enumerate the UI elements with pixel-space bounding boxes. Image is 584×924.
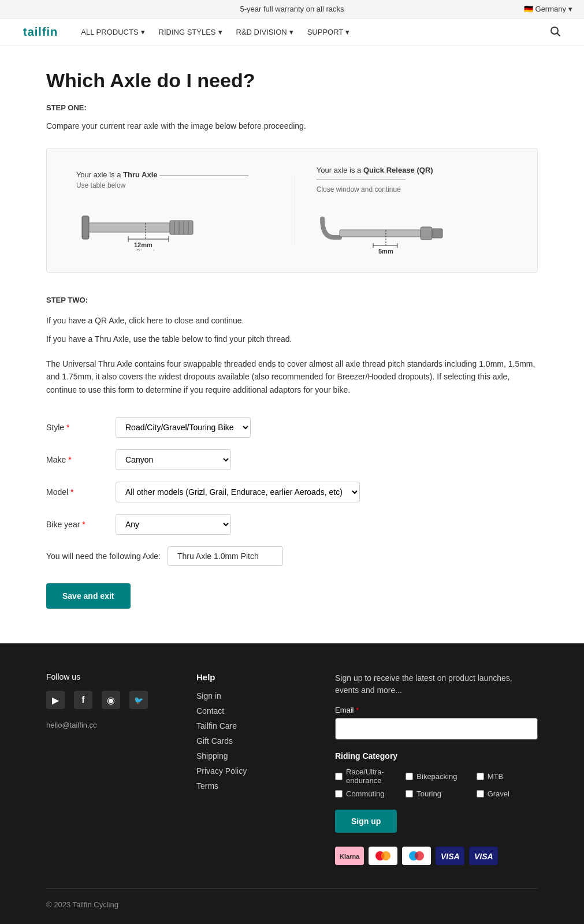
footer-link-signin[interactable]: Sign in bbox=[196, 691, 300, 701]
axle-result-row: You will need the following Axle: Thru A… bbox=[46, 546, 538, 566]
checkbox-touring[interactable]: Touring bbox=[406, 789, 467, 798]
svg-text:12mm: 12mm bbox=[134, 241, 152, 248]
footer-signup-column: Sign up to receive the latest on product… bbox=[335, 672, 538, 865]
checkbox-mtb-input[interactable] bbox=[477, 773, 484, 780]
email-input[interactable] bbox=[335, 718, 538, 740]
chevron-down-icon: ▾ bbox=[568, 5, 572, 13]
instagram-icon[interactable]: ◉ bbox=[102, 691, 120, 709]
checkbox-touring-input[interactable] bbox=[406, 790, 413, 798]
main-content: Which Axle do I need? STEP ONE: Compare … bbox=[0, 46, 584, 643]
country-selector[interactable]: 🇩🇪 Germany ▾ bbox=[524, 5, 572, 13]
navigation: tailfin ALL PRODUCTS ▾ RIDING STYLES ▾ R… bbox=[0, 18, 584, 46]
make-select[interactable]: Canyon Trek Specialized Giant Other bbox=[116, 449, 231, 470]
axle-result-label: You will need the following Axle: bbox=[46, 552, 161, 561]
checkbox-gravel-input[interactable] bbox=[477, 790, 484, 798]
page-title: Which Axle do I need? bbox=[46, 69, 538, 92]
copyright: © 2023 Tailfin Cycling bbox=[46, 900, 118, 909]
style-required-indicator: * bbox=[66, 423, 69, 432]
footer-top: Follow us ▶ f ◉ 🐦 hello@tailfin.cc Help … bbox=[46, 672, 538, 865]
riding-checkboxes: Race/Ultra-endurance Bikepacking MTB Com… bbox=[335, 767, 538, 798]
email-required-indicator: * bbox=[356, 706, 359, 714]
checkbox-gravel[interactable]: Gravel bbox=[477, 789, 538, 798]
visa-icon-2: VISA bbox=[469, 847, 498, 865]
svg-rect-3 bbox=[89, 223, 170, 232]
checkbox-race-input[interactable] bbox=[335, 773, 343, 780]
footer-bottom: © 2023 Tailfin Cycling bbox=[46, 888, 538, 909]
twitter-icon[interactable]: 🐦 bbox=[129, 691, 148, 709]
footer-follow-column: Follow us ▶ f ◉ 🐦 hello@tailfin.cc bbox=[46, 672, 162, 865]
flag-icon: 🇩🇪 bbox=[524, 5, 533, 13]
description-text: The Universal Thru Axle contains four sw… bbox=[46, 357, 538, 396]
help-title: Help bbox=[196, 672, 300, 682]
country-name: Germany bbox=[535, 5, 566, 13]
checkbox-bikepacking-input[interactable] bbox=[406, 773, 413, 780]
checkbox-mtb[interactable]: MTB bbox=[477, 767, 538, 785]
search-icon[interactable] bbox=[549, 25, 561, 39]
svg-rect-2 bbox=[82, 216, 89, 239]
qr-axle-option: Your axle is a Quick Release (QR) ——————… bbox=[317, 166, 508, 255]
make-label: Make * bbox=[46, 455, 116, 464]
footer-help-column: Help Sign in Contact Tailfin Care Gift C… bbox=[196, 672, 300, 865]
nav-rd-division[interactable]: R&D DIVISION ▾ bbox=[236, 28, 293, 36]
visa-icon-1: VISA bbox=[436, 847, 464, 865]
klarna-icon: Klarna bbox=[335, 847, 364, 865]
svg-text:VISA: VISA bbox=[441, 852, 460, 861]
model-field-row: Model * All other models (Grizl, Grail, … bbox=[46, 482, 538, 502]
footer-link-tailfin-care[interactable]: Tailfin Care bbox=[196, 721, 300, 731]
maestro-icon bbox=[402, 847, 431, 865]
style-field-row: Style * Road/City/Gravel/Touring Bike Mo… bbox=[46, 417, 538, 438]
checkbox-commuting[interactable]: Commuting bbox=[335, 789, 396, 798]
axle-diagram: Your axle is a Thru Axle —————————————— … bbox=[46, 148, 538, 273]
nav-riding-styles[interactable]: RIDING STYLES ▾ bbox=[159, 28, 222, 36]
nav-all-products[interactable]: ALL PRODUCTS ▾ bbox=[81, 28, 144, 36]
footer-link-privacy-policy[interactable]: Privacy Policy bbox=[196, 766, 300, 776]
model-required-indicator: * bbox=[70, 487, 73, 497]
make-required-indicator: * bbox=[68, 455, 71, 464]
chevron-down-icon: ▾ bbox=[345, 28, 349, 36]
warranty-text: 5-year full warranty on all racks bbox=[12, 5, 572, 13]
chevron-down-icon: ▾ bbox=[289, 28, 293, 36]
checkbox-race[interactable]: Race/Ultra-endurance bbox=[335, 767, 396, 785]
axle-result-value: Thru Axle 1.0mm Pitch bbox=[168, 546, 283, 566]
facebook-icon[interactable]: f bbox=[74, 691, 92, 709]
footer: Follow us ▶ f ◉ 🐦 hello@tailfin.cc Help … bbox=[0, 643, 584, 924]
footer-link-gift-cards[interactable]: Gift Cards bbox=[196, 736, 300, 746]
svg-rect-17 bbox=[432, 229, 442, 238]
chevron-down-icon: ▾ bbox=[141, 28, 145, 36]
style-label: Style * bbox=[46, 423, 116, 432]
bike-year-select[interactable]: Any 2023 2022 2021 2020 2019 2018 bbox=[116, 514, 231, 535]
footer-email[interactable]: hello@tailfin.cc bbox=[46, 721, 162, 729]
svg-point-31 bbox=[415, 851, 424, 860]
svg-rect-15 bbox=[340, 230, 421, 237]
youtube-icon[interactable]: ▶ bbox=[46, 691, 65, 709]
step-one-label: STEP ONE: bbox=[46, 103, 538, 112]
footer-link-contact[interactable]: Contact bbox=[196, 706, 300, 716]
make-field-row: Make * Canyon Trek Specialized Giant Oth… bbox=[46, 449, 538, 470]
step-two-label: STEP TWO: bbox=[46, 296, 538, 304]
social-icons: ▶ f ◉ 🐦 bbox=[46, 691, 162, 709]
style-select[interactable]: Road/City/Gravel/Touring Bike Mountain B… bbox=[116, 417, 251, 438]
logo[interactable]: tailfin bbox=[23, 25, 58, 39]
follow-label: Follow us bbox=[46, 672, 162, 681]
footer-link-terms[interactable]: Terms bbox=[196, 781, 300, 791]
signup-button[interactable]: Sign up bbox=[335, 810, 397, 833]
qr-instructions: If you have a QR Axle, click here to clo… bbox=[46, 316, 538, 325]
model-label: Model * bbox=[46, 487, 116, 497]
bike-year-required-indicator: * bbox=[82, 520, 85, 529]
svg-line-1 bbox=[557, 33, 560, 36]
checkbox-bikepacking[interactable]: Bikepacking bbox=[406, 767, 467, 785]
footer-link-shipping[interactable]: Shipping bbox=[196, 751, 300, 761]
top-banner: 5-year full warranty on all racks 🇩🇪 Ger… bbox=[0, 0, 584, 18]
nav-links: ALL PRODUCTS ▾ RIDING STYLES ▾ R&D DIVIS… bbox=[81, 28, 532, 36]
save-exit-button[interactable]: Save and exit bbox=[46, 583, 131, 609]
nav-support[interactable]: SUPPORT ▾ bbox=[307, 28, 350, 36]
qr-axle-illustration: 5mm Diameter bbox=[317, 203, 455, 255]
email-field-label: Email * bbox=[335, 706, 538, 714]
riding-category-label: Riding Category bbox=[335, 751, 538, 761]
svg-text:Diameter: Diameter bbox=[136, 249, 160, 251]
checkbox-commuting-input[interactable] bbox=[335, 790, 343, 798]
thru-axle-option: Your axle is a Thru Axle —————————————— … bbox=[76, 170, 267, 251]
model-select[interactable]: All other models (Grizl, Grail, Endurace… bbox=[116, 482, 360, 502]
svg-text:VISA: VISA bbox=[474, 852, 493, 861]
qr-axle-title: Your axle is a Quick Release (QR) ——————… bbox=[317, 166, 508, 183]
